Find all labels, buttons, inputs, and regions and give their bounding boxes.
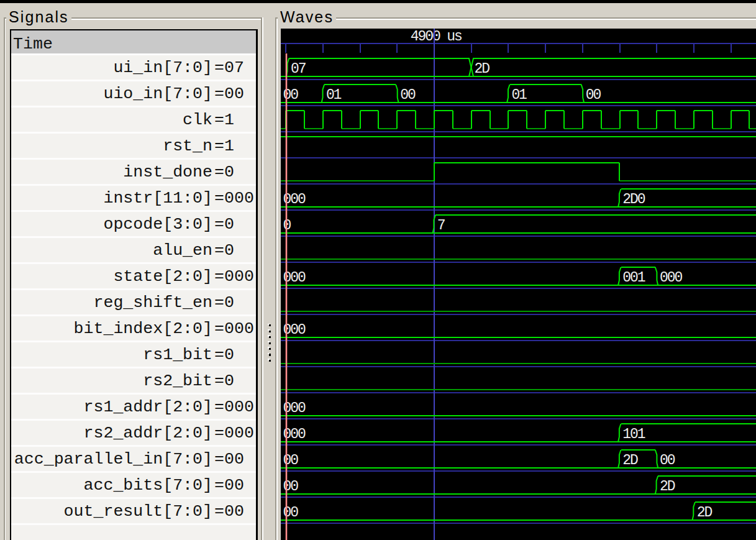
svg-text:00: 00 (283, 452, 299, 469)
svg-text:4900 us: 4900 us (411, 29, 462, 45)
svg-text:00: 00 (283, 505, 299, 521)
svg-text:00: 00 (400, 87, 416, 103)
svg-text:001: 001 (622, 270, 645, 286)
svg-text:00: 00 (283, 478, 299, 495)
svg-text:2D: 2D (622, 452, 638, 469)
svg-text:000: 000 (660, 270, 682, 286)
svg-text:00: 00 (283, 87, 299, 103)
svg-text:00: 00 (660, 452, 675, 469)
svg-text:2D: 2D (475, 61, 490, 77)
svg-text:101: 101 (622, 426, 645, 442)
svg-text:2D0: 2D0 (622, 191, 645, 208)
svg-text:7: 7 (437, 217, 445, 234)
svg-text:2D: 2D (697, 505, 713, 521)
svg-text:2D: 2D (660, 478, 675, 495)
svg-text:07: 07 (291, 61, 306, 77)
svg-text:01: 01 (326, 87, 342, 103)
svg-text:00: 00 (586, 87, 601, 103)
svg-text:01: 01 (511, 87, 527, 103)
